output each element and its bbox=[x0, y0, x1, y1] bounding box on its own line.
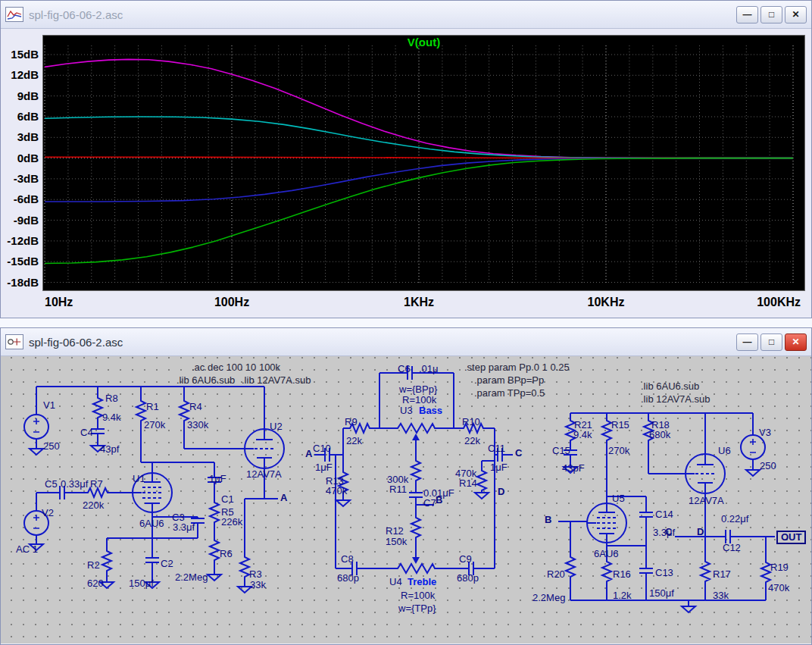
component-label[interactable]: 22k bbox=[464, 436, 480, 446]
component-label[interactable]: R17 bbox=[713, 569, 731, 580]
spice-directive[interactable]: .ac dec 100 10 100k bbox=[192, 362, 280, 373]
component-label[interactable]: 250 bbox=[43, 441, 60, 452]
component-label[interactable]: C1 bbox=[221, 494, 234, 505]
component-label[interactable]: 22k bbox=[346, 436, 362, 446]
node-flag[interactable]: B bbox=[545, 515, 551, 525]
component-label[interactable]: C15 bbox=[552, 446, 570, 456]
node-flag[interactable]: A bbox=[280, 493, 287, 503]
component-label[interactable]: R1 bbox=[146, 402, 159, 412]
component-label[interactable]: 6AU6 bbox=[594, 549, 619, 559]
component-label[interactable]: V3 bbox=[759, 427, 771, 438]
component-label[interactable]: U5 bbox=[612, 493, 625, 504]
component-label[interactable]: 150μf bbox=[129, 578, 154, 589]
spice-directive[interactable]: .step param Pp 0 1 0.25 bbox=[464, 362, 570, 373]
minimize-button[interactable]: — bbox=[736, 6, 758, 23]
component-label[interactable]: 33k bbox=[713, 590, 729, 601]
component-label[interactable]: 226k bbox=[221, 517, 242, 528]
component-label[interactable]: R14 bbox=[459, 478, 477, 489]
component-label[interactable]: R15 bbox=[611, 420, 629, 431]
component-label[interactable]: C10 bbox=[313, 443, 331, 454]
component-label[interactable]: C12 bbox=[723, 543, 741, 553]
component-label[interactable]: 12AV7A bbox=[689, 496, 724, 506]
node-flag[interactable]: A bbox=[305, 449, 312, 459]
spice-directive[interactable]: .lib 12AV7A.sub bbox=[242, 375, 311, 386]
component-label[interactable]: 150μf bbox=[649, 588, 674, 599]
component-label[interactable]: R=100k bbox=[401, 590, 435, 601]
component-label[interactable]: R10 bbox=[462, 417, 480, 427]
spice-directive[interactable]: .lib 12AV7A.sub bbox=[641, 394, 710, 405]
plot-area[interactable]: V(out) 15dB12dB9dB6dB3dB0dB-3dB-6dB-9dB-… bbox=[1, 29, 811, 317]
maximize-button[interactable]: □ bbox=[760, 333, 782, 351]
component-label[interactable]: U2 bbox=[270, 421, 283, 432]
component-label[interactable]: 0.33μf bbox=[61, 479, 88, 490]
component-label[interactable]: R19 bbox=[770, 562, 789, 573]
component-label[interactable]: R4 bbox=[189, 402, 202, 412]
component-label[interactable]: 250 bbox=[760, 461, 776, 471]
component-label[interactable]: .01μ bbox=[419, 364, 439, 374]
component-label[interactable]: 270k bbox=[608, 446, 629, 456]
spice-directive[interactable]: .param BPp=Pp bbox=[474, 375, 544, 386]
component-label[interactable]: 2.2Meg bbox=[175, 572, 208, 583]
component-label[interactable]: R6 bbox=[220, 549, 233, 559]
component-label[interactable]: U3 bbox=[400, 405, 413, 416]
component-label[interactable]: C6 bbox=[398, 364, 411, 374]
component-label[interactable]: 12AV7A bbox=[246, 469, 282, 480]
spice-directive[interactable]: .lib 6AU6.sub bbox=[176, 375, 235, 386]
component-label[interactable]: 470k bbox=[326, 486, 347, 496]
component-label[interactable]: C2 bbox=[161, 559, 173, 569]
component-label[interactable]: C7 bbox=[423, 498, 436, 509]
component-label[interactable]: V2 bbox=[42, 508, 54, 518]
node-flag[interactable]: D bbox=[498, 487, 504, 497]
component-label[interactable]: 9.4k bbox=[102, 412, 121, 423]
spice-directive[interactable]: .param TPp=0.5 bbox=[474, 388, 545, 399]
close-button[interactable]: ✕ bbox=[785, 333, 807, 351]
component-label[interactable]: 43pf bbox=[100, 444, 119, 455]
component-label[interactable]: R9 bbox=[345, 417, 358, 427]
component-label[interactable]: AC 1 bbox=[16, 544, 38, 555]
component-label[interactable]: C14 bbox=[655, 509, 673, 520]
minimize-button[interactable]: — bbox=[736, 333, 758, 351]
pot-port-label[interactable]: Bass bbox=[419, 405, 442, 416]
component-label[interactable]: R11 bbox=[389, 484, 407, 495]
component-label[interactable]: C4 bbox=[80, 427, 93, 438]
component-label[interactable]: C11 bbox=[488, 443, 505, 454]
component-label[interactable]: 1μF bbox=[315, 462, 333, 473]
spice-directive[interactable]: .lib 6AU6.sub bbox=[641, 381, 699, 392]
component-label[interactable]: 0.22μf bbox=[721, 514, 748, 524]
component-label[interactable]: V1 bbox=[43, 400, 55, 411]
schematic-titlebar[interactable]: spl-fig-06-06-2.asc — □ ✕ bbox=[1, 328, 811, 356]
component-label[interactable]: C13 bbox=[655, 568, 673, 578]
component-label[interactable]: 33k bbox=[250, 580, 266, 590]
schematic-canvas[interactable]: .ac dec 100 10 100k.lib 6AU6.sub.lib 12A… bbox=[1, 356, 811, 643]
node-flag[interactable]: C bbox=[515, 448, 522, 459]
component-label[interactable]: U1 bbox=[133, 474, 145, 484]
output-port[interactable]: OUT bbox=[776, 531, 806, 544]
component-label[interactable]: 330k bbox=[187, 420, 208, 431]
component-label[interactable]: R2 bbox=[87, 560, 100, 571]
component-label[interactable]: 150k bbox=[386, 537, 407, 547]
component-label[interactable]: U4 bbox=[389, 577, 402, 587]
component-label[interactable]: R20 bbox=[547, 569, 565, 580]
component-label[interactable]: 680p bbox=[337, 573, 359, 584]
component-label[interactable]: w={TPp} bbox=[398, 603, 436, 614]
component-label[interactable]: R16 bbox=[613, 569, 631, 580]
waveform-titlebar[interactable]: spl-fig-06-06-2.asc — □ ✕ bbox=[1, 1, 811, 29]
component-label[interactable]: 1μF bbox=[209, 474, 226, 484]
component-label[interactable]: 3.3μf bbox=[173, 522, 195, 533]
node-flag[interactable]: B bbox=[436, 495, 442, 506]
component-label[interactable]: C8 bbox=[341, 554, 354, 565]
component-label[interactable]: 9.4k bbox=[573, 430, 592, 440]
component-label[interactable]: 470k bbox=[768, 583, 789, 593]
component-label[interactable]: C9 bbox=[459, 554, 472, 565]
component-label[interactable]: 680p bbox=[457, 573, 479, 584]
component-label[interactable]: 2.2Meg bbox=[532, 593, 565, 603]
node-flag[interactable]: D bbox=[697, 527, 704, 537]
component-label[interactable]: 220k bbox=[83, 500, 104, 511]
component-label[interactable]: C5 bbox=[45, 479, 58, 490]
close-button[interactable]: ✕ bbox=[785, 6, 807, 23]
component-label[interactable]: R8 bbox=[105, 393, 118, 404]
component-label[interactable]: 6AU6 bbox=[139, 518, 164, 529]
component-label[interactable]: U6 bbox=[718, 446, 731, 456]
node-flag[interactable]: C bbox=[665, 527, 672, 537]
component-label[interactable]: 270k bbox=[144, 420, 165, 431]
